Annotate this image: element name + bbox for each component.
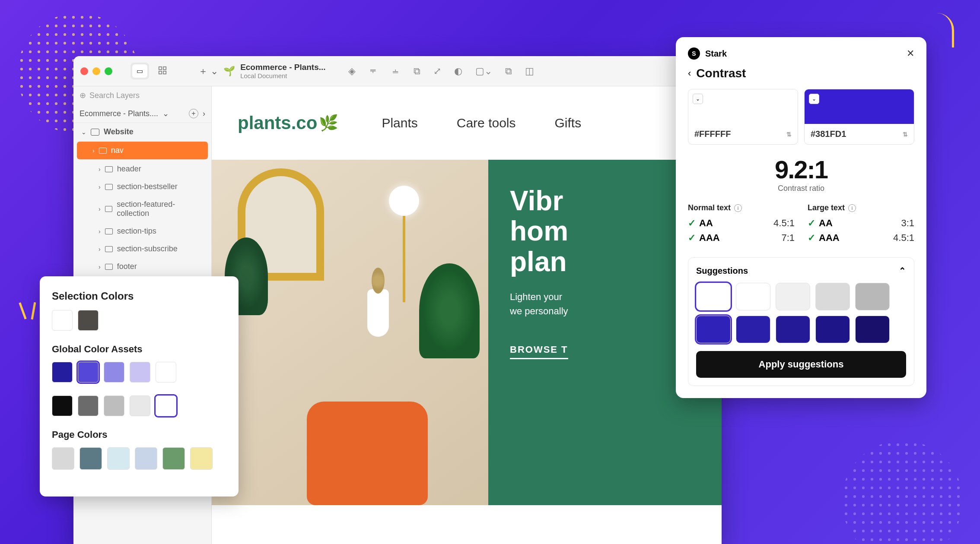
color-swatch[interactable] bbox=[52, 395, 73, 416]
color-swatch[interactable] bbox=[52, 362, 73, 383]
suggestion-swatch[interactable] bbox=[776, 283, 810, 310]
document-subtitle: Local Document bbox=[240, 72, 325, 79]
apply-suggestions-button[interactable]: Apply suggestions bbox=[696, 351, 906, 378]
close-icon[interactable]: ✕ bbox=[907, 48, 914, 59]
minimize-icon[interactable] bbox=[92, 67, 100, 75]
layer-section-tips[interactable]: › section-tips bbox=[73, 222, 211, 240]
site-nav-links: Plants Care tools Gifts bbox=[382, 116, 581, 130]
large-text-label: Large text bbox=[808, 203, 845, 212]
compliance-grid: Normal text i ✓ AA 4.5:1 ✓ AAA 7:1 Large… bbox=[688, 203, 914, 247]
design-canvas[interactable]: plants.co 🌿 Plants Care tools Gifts bbox=[212, 86, 722, 544]
color-swatch[interactable] bbox=[162, 447, 185, 470]
hero-cta-link[interactable]: BROWSE T bbox=[510, 344, 568, 359]
color-swatch[interactable] bbox=[78, 362, 99, 383]
color-swatch[interactable] bbox=[130, 362, 150, 383]
suggestion-swatch[interactable] bbox=[855, 283, 890, 310]
suggestion-swatch[interactable] bbox=[855, 316, 890, 343]
close-icon[interactable] bbox=[80, 67, 88, 75]
level-label: AA bbox=[819, 218, 833, 229]
foreground-color-input[interactable]: ⌄ #FFFFFF ⇅ bbox=[688, 89, 798, 145]
sidebar-view-icon[interactable]: ▭ bbox=[132, 64, 147, 78]
stark-logo-icon: S bbox=[688, 47, 700, 60]
resize-icon[interactable]: ▢⌄ bbox=[475, 66, 492, 77]
decorative-squiggle bbox=[928, 13, 954, 47]
check-icon: ✓ bbox=[808, 232, 815, 244]
chevron-down-icon[interactable]: ⌄ bbox=[809, 94, 819, 104]
align-middle-icon[interactable]: ⫨ bbox=[391, 66, 401, 77]
suggestion-swatch[interactable] bbox=[815, 316, 850, 343]
info-icon[interactable]: i bbox=[848, 204, 856, 212]
color-swatch[interactable] bbox=[104, 395, 124, 416]
nav-link-plants[interactable]: Plants bbox=[382, 116, 417, 130]
folder-icon bbox=[105, 246, 113, 252]
color-swatch[interactable] bbox=[135, 447, 157, 470]
color-swatch[interactable] bbox=[107, 447, 130, 470]
suggestion-swatch[interactable] bbox=[815, 283, 850, 310]
nav-link-care-tools[interactable]: Care tools bbox=[457, 116, 516, 130]
color-swatch[interactable] bbox=[78, 310, 99, 331]
chevron-right-icon: › bbox=[203, 109, 205, 118]
suggestion-swatch[interactable] bbox=[696, 316, 731, 343]
layer-label: section-featured-collection bbox=[117, 200, 205, 218]
background-color-input[interactable]: ⌄ #381FD1 ⇅ bbox=[804, 89, 914, 145]
layer-label: section-subscribe bbox=[117, 244, 178, 253]
layer-label: nav bbox=[111, 146, 124, 155]
layer-label: section-tips bbox=[117, 227, 156, 236]
back-icon[interactable]: ‹ bbox=[688, 68, 691, 79]
stepper-icon[interactable]: ⇅ bbox=[786, 131, 792, 138]
selection-colors-row bbox=[52, 310, 226, 331]
color-swatch[interactable] bbox=[52, 310, 73, 331]
add-page-button[interactable]: ＋ ⌄ bbox=[198, 65, 218, 78]
view-toggle[interactable]: ▭ bbox=[130, 63, 149, 79]
color-swatch[interactable] bbox=[78, 395, 99, 416]
maximize-icon[interactable] bbox=[105, 67, 112, 75]
info-icon[interactable]: i bbox=[734, 204, 742, 212]
stepper-icon[interactable]: ⇅ bbox=[903, 131, 908, 138]
background-hex: #381FD1 bbox=[811, 129, 846, 139]
chevron-up-icon[interactable]: ⌃ bbox=[899, 266, 906, 276]
layer-section-bestseller[interactable]: › section-bestseller bbox=[73, 178, 211, 196]
folder-icon bbox=[105, 228, 113, 234]
layer-footer[interactable]: › footer bbox=[73, 258, 211, 275]
color-swatch[interactable] bbox=[156, 362, 176, 383]
search-layers[interactable]: ⊕ Search Layers bbox=[73, 86, 211, 104]
scale-icon[interactable]: ⤢ bbox=[433, 66, 441, 77]
layer-section-featured[interactable]: › section-featured-collection bbox=[73, 196, 211, 222]
nav-link-gifts[interactable]: Gifts bbox=[555, 116, 582, 130]
align-top-icon[interactable]: ⫧ bbox=[369, 66, 378, 77]
color-swatch[interactable] bbox=[104, 362, 124, 383]
suggestion-swatch[interactable] bbox=[776, 316, 810, 343]
search-placeholder: Search Layers bbox=[89, 91, 140, 100]
grid-view-icon[interactable] bbox=[158, 66, 167, 77]
color-swatch[interactable] bbox=[52, 447, 74, 470]
mask-icon[interactable]: ◐ bbox=[454, 66, 462, 77]
layer-website[interactable]: ⌄ Website bbox=[73, 123, 211, 141]
union-icon[interactable]: ◫ bbox=[525, 66, 534, 77]
suggestion-swatch[interactable] bbox=[736, 283, 770, 310]
color-swatch[interactable] bbox=[156, 395, 176, 416]
component-icon[interactable]: ◈ bbox=[348, 66, 356, 77]
suggestion-light-row bbox=[696, 283, 906, 310]
page-breadcrumb[interactable]: Ecommerce - Plants.... ⌄ + › bbox=[73, 104, 211, 123]
suggestion-swatch[interactable] bbox=[696, 283, 731, 310]
add-page-icon[interactable]: + bbox=[189, 109, 198, 118]
group-icon[interactable]: ⧉ bbox=[414, 66, 420, 77]
stark-title-row: ‹ Contrast bbox=[688, 66, 914, 80]
color-swatch[interactable] bbox=[80, 447, 102, 470]
chevron-down-icon[interactable]: ⌄ bbox=[693, 94, 703, 104]
stark-brand-name: Stark bbox=[705, 49, 727, 59]
suggestions-label: Suggestions bbox=[696, 266, 748, 276]
boolean-icon[interactable]: ⧉ bbox=[505, 66, 512, 77]
layer-label: section-bestseller bbox=[117, 182, 178, 191]
hero-title-line: plan bbox=[510, 247, 700, 277]
lamp-decoration bbox=[389, 186, 419, 216]
compliance-row: ✓ AA 4.5:1 bbox=[688, 218, 795, 229]
layer-nav[interactable]: › nav bbox=[77, 142, 208, 159]
color-swatch[interactable] bbox=[190, 447, 213, 470]
suggestion-swatch[interactable] bbox=[736, 316, 770, 343]
layer-header[interactable]: › header bbox=[73, 160, 211, 178]
level-requirement: 3:1 bbox=[901, 218, 914, 229]
layer-section-subscribe[interactable]: › section-subscribe bbox=[73, 240, 211, 258]
level-label: AA bbox=[699, 218, 713, 229]
color-swatch[interactable] bbox=[130, 395, 150, 416]
